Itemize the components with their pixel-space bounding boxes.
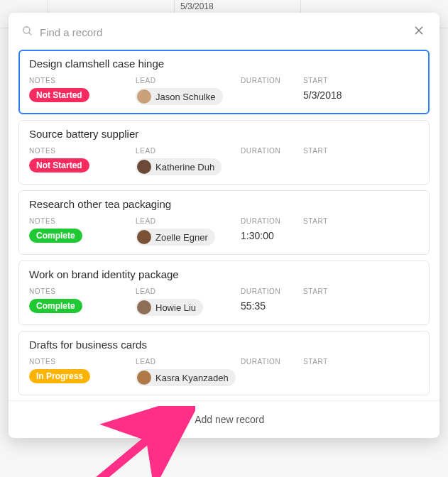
record-picker-modal: Design clamshell case hingeNOTESNot Star… <box>9 13 439 438</box>
field-value-start <box>303 229 419 243</box>
field-value-lead: Howie Liu <box>136 299 241 316</box>
lead-chip: Howie Liu <box>136 299 203 316</box>
avatar <box>137 371 151 385</box>
records-list: Design clamshell case hingeNOTESNot Star… <box>9 50 439 400</box>
status-badge: Complete <box>29 229 82 243</box>
field-label-start: START <box>303 77 419 84</box>
field-value-start: 5/3/2018 <box>303 88 419 102</box>
record-card[interactable]: Design clamshell case hingeNOTESNot Star… <box>18 50 430 114</box>
field-label-start: START <box>303 147 419 155</box>
lead-name: Jason Schulke <box>155 92 216 102</box>
field-label-notes: NOTES <box>29 358 136 366</box>
record-card[interactable]: Work on brand identity packageNOTESCompl… <box>18 261 430 325</box>
lead-chip: Zoelle Egner <box>136 229 215 246</box>
lead-name: Howie Liu <box>155 302 196 313</box>
field-value-lead: Jason Schulke <box>136 88 241 105</box>
field-label-dur: DURATION <box>241 287 303 295</box>
field-label-start: START <box>303 217 419 225</box>
avatar <box>137 300 151 314</box>
record-card[interactable]: Source battery supplierNOTESNot StartedL… <box>18 120 430 185</box>
plus-icon: + <box>184 414 190 425</box>
lead-chip: Katherine Duh <box>136 158 222 175</box>
lead-chip: Kasra Kyanzadeh <box>136 369 236 386</box>
field-value-lead: Katherine Duh <box>136 158 241 175</box>
field-label-dur: DURATION <box>241 358 303 366</box>
field-value-dur <box>241 158 303 172</box>
lead-name: Zoelle Egner <box>155 232 208 243</box>
avatar <box>137 160 151 174</box>
field-value-lead: Zoelle Egner <box>136 229 241 246</box>
field-value-lead: Kasra Kyanzadeh <box>136 369 241 386</box>
status-badge: Not Started <box>29 88 89 102</box>
avatar <box>137 230 151 244</box>
field-label-notes: NOTES <box>29 77 136 84</box>
field-label-notes: NOTES <box>29 287 136 295</box>
duration-text: 55:35 <box>241 300 266 312</box>
field-label-notes: NOTES <box>29 147 136 155</box>
field-label-lead: LEAD <box>136 217 241 225</box>
record-card[interactable]: Research other tea packagingNOTESComplet… <box>18 190 430 255</box>
lead-name: Katherine Duh <box>155 162 214 172</box>
record-title: Work on brand identity package <box>29 268 419 280</box>
record-title: Design clamshell case hinge <box>29 57 419 70</box>
field-value-notes: In Progress <box>29 369 136 383</box>
field-label-lead: LEAD <box>136 147 241 155</box>
record-title: Research other tea packaging <box>29 198 419 210</box>
lead-name: Kasra Kyanzadeh <box>155 373 229 383</box>
record-card[interactable]: Drafts for business cardsNOTESIn Progres… <box>18 331 430 395</box>
field-value-start <box>303 158 419 172</box>
field-label-start: START <box>303 287 419 295</box>
field-value-dur <box>241 369 303 383</box>
search-icon <box>21 25 33 39</box>
search-row <box>9 13 439 50</box>
field-value-dur: 55:35 <box>241 299 303 313</box>
status-badge: Complete <box>29 299 82 313</box>
field-label-dur: DURATION <box>241 77 303 84</box>
duration-text: 1:30:00 <box>241 230 274 241</box>
field-label-lead: LEAD <box>136 77 241 84</box>
field-value-dur <box>241 88 303 102</box>
field-label-start: START <box>303 358 419 366</box>
search-input[interactable] <box>33 23 411 41</box>
start-text: 5/3/2018 <box>303 89 342 101</box>
field-label-dur: DURATION <box>241 147 303 155</box>
record-title: Drafts for business cards <box>29 339 419 351</box>
record-title: Source battery supplier <box>29 128 419 140</box>
add-new-record-label: Add new record <box>195 414 264 425</box>
close-icon[interactable] <box>411 23 427 41</box>
field-value-dur: 1:30:00 <box>241 229 303 243</box>
field-value-start <box>303 369 419 383</box>
lead-chip: Jason Schulke <box>136 88 223 105</box>
status-badge: Not Started <box>29 158 89 172</box>
field-label-lead: LEAD <box>136 287 241 295</box>
add-new-record-button[interactable]: + Add new record <box>9 400 439 438</box>
field-value-notes: Not Started <box>29 88 136 102</box>
field-label-lead: LEAD <box>136 358 241 366</box>
avatar <box>137 89 151 104</box>
field-value-start <box>303 299 419 313</box>
field-value-notes: Not Started <box>29 158 136 172</box>
status-badge: In Progress <box>29 369 90 383</box>
field-label-dur: DURATION <box>241 217 303 225</box>
field-value-notes: Complete <box>29 299 136 313</box>
svg-line-1 <box>29 33 31 35</box>
field-label-notes: NOTES <box>29 217 136 225</box>
field-value-notes: Complete <box>29 229 136 243</box>
